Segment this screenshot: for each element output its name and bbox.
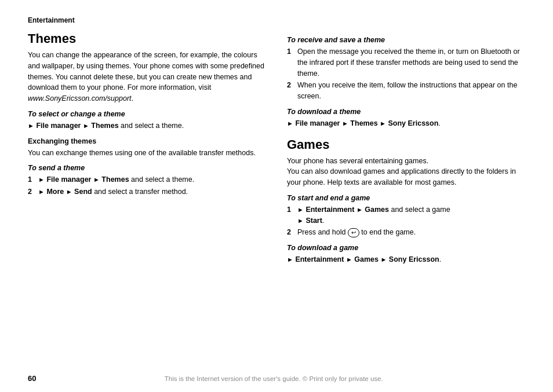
footer-note: This is the Internet version of the user… [36,375,511,382]
select-change-title: To select or change a theme [28,110,266,118]
nav-themes: Themes [91,122,118,130]
page: Entertainment Themes You can change the … [0,0,553,392]
receive-step-1: 1 Open the message you received the them… [287,46,525,79]
start-step-1-content: ► Entertainment ► Games and select a gam… [297,204,525,226]
games-title: Games [287,137,525,152]
step-2-content: ► More ► Send and select a transfer meth… [38,186,266,197]
themes-url: www.SonyEricsson.com/support [28,94,132,102]
receive-step-1-content: Open the message you received the theme … [297,46,525,79]
left-column: Themes You can change the appearance of … [28,30,266,265]
step-2-num: 2 [28,186,35,197]
themes-intro: You can change the appearance of the scr… [28,50,266,104]
receive-steps: 1 Open the message you received the them… [287,46,525,102]
download-theme-nav: ► File manager ► Themes ► Sony Ericsson. [287,118,525,129]
exchange-text: You can exchange themes using one of the… [28,148,266,159]
receive-step-2: 2 When you receive the item, follow the … [287,80,525,102]
start-game-step-1: 1 ► Entertainment ► Games and select a g… [287,204,525,226]
step-1-num: 1 [28,174,35,185]
receive-save-title: To receive and save a theme [287,36,525,44]
games-intro: Your phone has several entertaining game… [287,156,525,188]
download-game-title: To download a game [287,244,525,252]
step-1-content: ► File manager ► Themes and select a the… [38,174,266,185]
receive-step-1-num: 1 [287,46,294,79]
start-step-2-num: 2 [287,227,294,238]
start-step-2-content: Press and hold ↩ to end the game. [297,227,525,238]
download-theme-title: To download a theme [287,108,525,116]
nav-file-manager: File manager [36,122,81,130]
exchange-title: Exchanging themes [28,137,266,145]
download-game-nav: ► Entertainment ► Games ► Sony Ericsson. [287,254,525,265]
themes-title: Themes [28,31,266,46]
header-label: Entertainment [28,16,525,24]
send-step-1: 1 ► File manager ► Themes and select a t… [28,174,266,185]
two-column-layout: Themes You can change the appearance of … [28,30,525,265]
send-steps: 1 ► File manager ► Themes and select a t… [28,174,266,197]
start-game-steps: 1 ► Entertainment ► Games and select a g… [287,204,525,238]
receive-step-2-content: When you receive the item, follow the in… [297,80,525,102]
right-column: To receive and save a theme 1 Open the m… [287,30,525,265]
footer: 60 This is the Internet version of the u… [0,374,553,383]
select-text: and select a theme. [121,122,184,130]
send-step-2: 2 ► More ► Send and select a transfer me… [28,186,266,197]
start-game-step-2: 2 Press and hold ↩ to end the game. [287,227,525,238]
nav-arrow-3: ► [83,122,89,129]
start-step-1-num: 1 [287,204,294,226]
start-end-game-title: To start and end a game [287,194,525,202]
page-number: 60 [28,374,36,383]
back-button-icon: ↩ [348,228,359,237]
nav-arrow-1: ► [28,122,34,129]
receive-step-2-num: 2 [287,80,294,102]
select-nav: ► File manager ► Themes and select a the… [28,120,266,131]
send-title: To send a theme [28,164,266,172]
